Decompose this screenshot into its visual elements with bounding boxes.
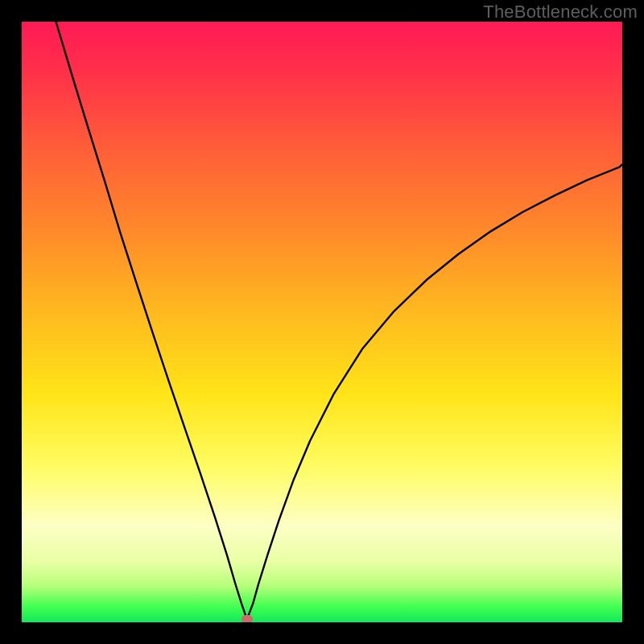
bottleneck-curve bbox=[22, 22, 622, 622]
chart-stage: TheBottleneck.com bbox=[0, 0, 644, 644]
plot-area bbox=[22, 22, 622, 622]
optimum-marker bbox=[242, 615, 253, 622]
watermark-text: TheBottleneck.com bbox=[483, 2, 638, 23]
